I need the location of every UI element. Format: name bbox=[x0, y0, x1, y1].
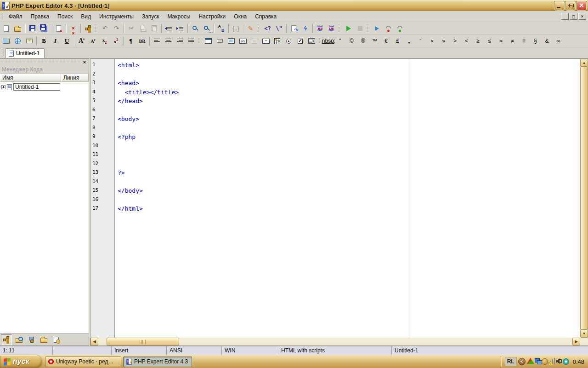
code-line[interactable]: ?> bbox=[118, 169, 580, 178]
code-line[interactable]: <html> bbox=[118, 62, 580, 71]
insert-text-field-button[interactable]: ab| bbox=[237, 35, 249, 46]
code-text-area[interactable]: <html><head> <title></title></head><body… bbox=[115, 59, 580, 338]
quick-run-button[interactable]: ϟ bbox=[300, 23, 311, 34]
symbol-approx-button[interactable]: ≈ bbox=[495, 35, 507, 46]
find-next-button[interactable] bbox=[201, 23, 212, 34]
panel-grip[interactable]: × bbox=[0, 59, 89, 65]
symbol-amp-button[interactable]: & bbox=[541, 35, 553, 46]
save-button[interactable] bbox=[27, 23, 38, 34]
code-line[interactable]: <title></title> bbox=[118, 89, 580, 98]
copy-button[interactable] bbox=[137, 23, 148, 34]
subscript-button[interactable]: x bbox=[99, 35, 110, 46]
symbol-laquo-button[interactable]: « bbox=[426, 35, 438, 46]
close-all-button[interactable] bbox=[68, 23, 79, 34]
indent-button[interactable] bbox=[175, 23, 186, 34]
bold-button[interactable]: B bbox=[38, 35, 50, 46]
taskbar-task-php-expert-editor[interactable]: PHP Expert Editor 4.3 bbox=[123, 356, 192, 367]
toolbar-grip[interactable] bbox=[319, 37, 321, 45]
code-line[interactable]: </html> bbox=[118, 205, 580, 214]
symbol-quote-button[interactable]: " bbox=[334, 35, 346, 46]
code-explorer-tab[interactable] bbox=[1, 334, 12, 345]
code-editor[interactable]: 1234567891011121314151617 <html><head> <… bbox=[90, 58, 588, 346]
symbol-le-button[interactable]: ≤ bbox=[484, 35, 495, 46]
tab-untitled-1[interactable]: Untitled-1 bbox=[6, 48, 45, 58]
insert-form-button[interactable] bbox=[203, 35, 214, 46]
expand-icon[interactable] bbox=[1, 85, 6, 89]
minimize-button[interactable] bbox=[554, 1, 565, 11]
code-line[interactable] bbox=[118, 71, 580, 80]
remote-debug-run-button[interactable] bbox=[394, 23, 406, 34]
run-button[interactable] bbox=[343, 23, 354, 34]
signal-warning-icon[interactable] bbox=[548, 357, 555, 365]
align-center-button[interactable] bbox=[163, 35, 174, 46]
horizontal-scroll-thumb[interactable] bbox=[107, 338, 179, 345]
language-indicator[interactable]: RL bbox=[505, 357, 517, 366]
close-button[interactable] bbox=[577, 1, 587, 11]
tabbar-grip[interactable] bbox=[2, 49, 4, 57]
insert-image-control-button[interactable] bbox=[226, 35, 237, 46]
code-line[interactable]: <body> bbox=[118, 115, 580, 125]
mdi-close-button[interactable]: × bbox=[578, 13, 586, 20]
code-line[interactable] bbox=[118, 143, 580, 152]
align-right-button[interactable] bbox=[174, 35, 186, 46]
code-line[interactable] bbox=[118, 196, 580, 206]
ftp-tab[interactable] bbox=[26, 334, 37, 345]
code-line[interactable] bbox=[118, 125, 580, 134]
templates-tab[interactable] bbox=[51, 334, 62, 345]
escape-quotes-button[interactable]: \" bbox=[273, 23, 285, 34]
code-line[interactable] bbox=[118, 107, 580, 116]
menu-инструменты[interactable]: Инструменты bbox=[95, 12, 138, 21]
menu-запуск[interactable]: Запуск bbox=[138, 12, 164, 21]
menu-окна[interactable]: Окна bbox=[230, 12, 251, 21]
menu-справка[interactable]: Справка bbox=[251, 12, 281, 21]
insert-radio-button[interactable] bbox=[283, 35, 294, 46]
debug-button[interactable] bbox=[371, 23, 383, 34]
code-line[interactable]: <head> bbox=[118, 80, 580, 89]
align-justify-button[interactable] bbox=[186, 35, 197, 46]
code-line[interactable]: </body> bbox=[118, 187, 580, 196]
insert-php-tags-button[interactable]: <? bbox=[262, 23, 273, 34]
symbol-infinity-button[interactable]: ∞ bbox=[553, 35, 564, 46]
insert-image-button[interactable] bbox=[0, 35, 12, 46]
new-file-button[interactable] bbox=[0, 23, 12, 34]
symbol-nbsp-button[interactable]: nbsp; bbox=[323, 35, 334, 46]
paste-button[interactable] bbox=[148, 23, 160, 34]
webmoney-icon[interactable] bbox=[563, 358, 569, 365]
toolbar-grip[interactable] bbox=[367, 24, 369, 33]
symbol-ne-button[interactable]: ≠ bbox=[507, 35, 518, 46]
horizontal-scrollbar[interactable]: ◀ ▶ bbox=[90, 338, 580, 345]
insert-select-button[interactable] bbox=[306, 35, 317, 46]
scroll-down-icon[interactable]: ▼ bbox=[580, 330, 588, 338]
vertical-scrollbar[interactable]: ▲ ▼ bbox=[580, 59, 588, 338]
insert-textarea-button[interactable]: ab bbox=[249, 35, 260, 46]
insert-mailto-button[interactable] bbox=[23, 35, 35, 46]
vertical-scroll-thumb[interactable] bbox=[580, 67, 588, 330]
symbol-registered-button[interactable]: ® bbox=[357, 35, 369, 46]
insert-table-button[interactable] bbox=[271, 35, 283, 46]
font-smaller-button[interactable]: A bbox=[87, 35, 99, 46]
align-left-button[interactable] bbox=[151, 35, 163, 46]
projects-tab[interactable] bbox=[38, 334, 49, 345]
toolbar-grip[interactable] bbox=[95, 24, 97, 33]
underline-button[interactable]: U bbox=[61, 35, 73, 46]
symbol-euro-button[interactable]: € bbox=[380, 35, 392, 46]
italic-button[interactable]: I bbox=[50, 35, 61, 46]
cut-button[interactable]: ✂ bbox=[125, 23, 137, 34]
scroll-right-icon[interactable]: ▶ bbox=[572, 338, 580, 345]
redo-button[interactable]: ↷ bbox=[111, 23, 122, 34]
font-larger-button[interactable]: A bbox=[76, 35, 87, 46]
symbol-raquo-button[interactable]: » bbox=[438, 35, 449, 46]
symbol-gt-button[interactable]: > bbox=[449, 35, 461, 46]
symbol-trademark-button[interactable]: ™ bbox=[369, 35, 380, 46]
replace-button[interactable] bbox=[215, 23, 227, 34]
toolbar-grip[interactable] bbox=[258, 24, 260, 33]
hide-icons-chevron-icon[interactable]: < bbox=[518, 358, 526, 365]
remote-debug-record-button[interactable] bbox=[383, 23, 394, 34]
highlighter-button[interactable]: ✎ bbox=[245, 23, 256, 34]
code-line[interactable] bbox=[118, 161, 580, 170]
convert-button[interactable] bbox=[288, 23, 300, 34]
panel-close-icon[interactable]: × bbox=[81, 59, 88, 65]
code-explorer-button[interactable] bbox=[82, 23, 94, 34]
superscript-button[interactable]: x bbox=[110, 35, 122, 46]
menu-вид[interactable]: Вид bbox=[77, 12, 95, 21]
